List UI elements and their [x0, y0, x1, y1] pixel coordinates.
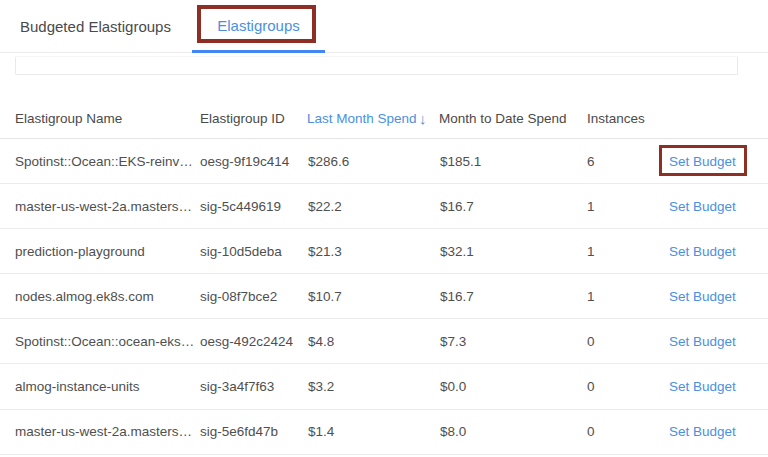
cell-instances: 0 [587, 410, 595, 454]
column-header-month-to-date-spend[interactable]: Month to Date Spend [439, 98, 567, 138]
cell-elastigroup-name: nodes.almog.ek8s.com [15, 274, 154, 318]
set-budget-link[interactable]: Set Budget [669, 379, 736, 394]
elastigroups-table: Elastigroup Name Elastigroup ID Last Mon… [0, 98, 768, 455]
cell-elastigroup-id: sig-08f7bce2 [200, 274, 277, 318]
table-row: master-us-west-2a.masters… sig-5c449619 … [0, 184, 768, 229]
cell-instances: 0 [587, 319, 595, 363]
cell-month-to-date-spend: $16.7 [440, 274, 474, 318]
cell-elastigroup-id: sig-10d5deba [200, 229, 282, 273]
cell-instances: 1 [587, 229, 595, 273]
cell-month-to-date-spend: $32.1 [440, 229, 474, 273]
table-header-row: Elastigroup Name Elastigroup ID Last Mon… [0, 98, 768, 139]
column-header-elastigroup-id[interactable]: Elastigroup ID [200, 98, 285, 138]
cell-elastigroup-name: master-us-west-2a.masters… [15, 184, 192, 228]
cell-month-to-date-spend: $16.7 [440, 184, 474, 228]
cell-instances: 1 [587, 274, 595, 318]
table-row: prediction-playground sig-10d5deba $21.3… [0, 229, 768, 274]
column-header-last-month-spend[interactable]: Last Month Spend [307, 98, 417, 138]
table-row: master-us-west-2a.masters… sig-5e6fd47b … [0, 410, 768, 455]
cell-month-to-date-spend: $185.1 [440, 139, 481, 183]
cell-elastigroup-id: sig-5e6fd47b [200, 410, 278, 454]
cell-elastigroup-id: oesg-492c2424 [200, 319, 293, 363]
set-budget-link[interactable]: Set Budget [669, 289, 736, 304]
column-header-instances[interactable]: Instances [587, 98, 645, 138]
sort-desc-arrow-icon: ↓ [419, 98, 427, 138]
cell-last-month-spend: $22.2 [308, 184, 342, 228]
tab-elastigroups[interactable]: Elastigroups [192, 0, 325, 53]
column-header-elastigroup-name[interactable]: Elastigroup Name [15, 98, 122, 138]
cell-month-to-date-spend: $7.3 [440, 319, 466, 363]
cell-instances: 6 [587, 139, 595, 183]
set-budget-link[interactable]: Set Budget [669, 334, 736, 349]
cell-instances: 1 [587, 184, 595, 228]
cell-elastigroup-name: prediction-playground [15, 229, 145, 273]
budget-page: Budgeted Elastigroups Elastigroups Elast… [0, 0, 768, 457]
cell-elastigroup-id: sig-5c449619 [200, 184, 281, 228]
cell-elastigroup-id: oesg-9f19c414 [200, 139, 289, 183]
cell-last-month-spend: $286.6 [308, 139, 349, 183]
cell-elastigroup-name: Spotinst::Ocean::ocean-eks… [15, 319, 194, 363]
cell-elastigroup-name: almog-instance-units [15, 364, 140, 408]
set-budget-link[interactable]: Set Budget [669, 244, 736, 259]
cell-last-month-spend: $4.8 [308, 319, 334, 363]
cell-month-to-date-spend: $8.0 [440, 410, 466, 454]
cell-last-month-spend: $1.4 [308, 410, 334, 454]
cell-elastigroup-id: sig-3a4f7f63 [200, 364, 274, 408]
cell-instances: 0 [587, 364, 595, 408]
tab-budgeted-elastigroups[interactable]: Budgeted Elastigroups [20, 0, 171, 53]
filter-input[interactable] [15, 56, 738, 75]
set-budget-link[interactable]: Set Budget [669, 424, 736, 439]
cell-month-to-date-spend: $0.0 [440, 364, 466, 408]
table-row: nodes.almog.ek8s.com sig-08f7bce2 $10.7 … [0, 274, 768, 319]
set-budget-link[interactable]: Set Budget [669, 199, 736, 214]
cell-elastigroup-name: Spotinst::Ocean::EKS-reinv… [15, 139, 193, 183]
set-budget-link[interactable]: Set Budget [669, 154, 736, 169]
table-row: Spotinst::Ocean::EKS-reinv… oesg-9f19c41… [0, 139, 768, 184]
cell-last-month-spend: $10.7 [308, 274, 342, 318]
table-row: Spotinst::Ocean::ocean-eks… oesg-492c242… [0, 319, 768, 364]
cell-last-month-spend: $21.3 [308, 229, 342, 273]
tabs-bar: Budgeted Elastigroups Elastigroups [0, 0, 768, 53]
table-row: almog-instance-units sig-3a4f7f63 $3.2 $… [0, 364, 768, 409]
cell-elastigroup-name: master-us-west-2a.masters… [15, 410, 192, 454]
cell-last-month-spend: $3.2 [308, 364, 334, 408]
